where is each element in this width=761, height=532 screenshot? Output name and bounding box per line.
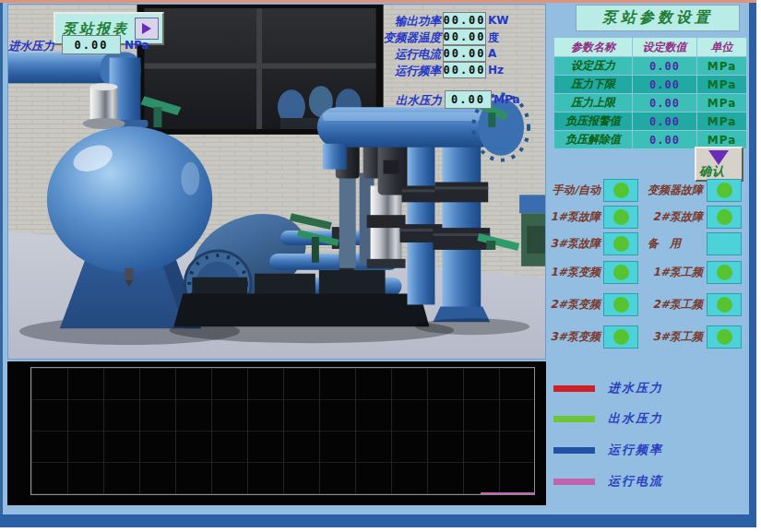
status-label-pump1-fault: 1#泵故障 [540,209,600,225]
param-row-unit: MPa [697,76,746,93]
lamp-circle [613,209,629,225]
legend-label-current: 运行电流 [608,473,663,490]
run-current-trace [481,492,534,494]
right-frame [749,3,756,527]
legend-swatch-frequency [553,447,595,454]
lamp-pump2-vfd [603,293,638,316]
lamp-pump1-line [707,261,742,284]
lamp-circle [613,297,629,313]
status-label-pump1-line: 1#泵工频 [636,265,703,280]
status-label-pump3-fault: 3#泵故障 [540,236,600,252]
inlet-pressure-label: 进水压力 [8,39,54,54]
param-row-value-input[interactable]: 0.00 [633,94,696,112]
green-pump-partial [519,195,545,266]
lamp-circle [717,265,732,280]
lamp-pump3-fault [603,232,638,255]
status-label-pump2-line: 2#泵工频 [636,297,703,313]
lamp-circle [613,265,629,280]
inlet-pressure-value: 0.00 [62,35,121,54]
run-frequency-value: 00.00 [443,62,486,78]
left-frame [0,3,3,527]
param-row-name: 压力上限 [554,94,632,112]
confirm-button[interactable]: 确认 [695,147,743,182]
outlet-pressure-unit: MPa [493,93,520,106]
param-row-value-input[interactable]: 0.00 [633,57,696,75]
bottom-frame [0,514,756,527]
lamp-pump3-line [707,325,742,349]
lamp-circle [717,209,732,225]
param-header-unit: 单位 [697,38,746,56]
param-header-name: 参数名称 [554,38,632,56]
status-label-pump2-vfd: 2#泵变频 [540,297,600,313]
legend-label-inlet: 进水压力 [608,380,663,396]
run-current-label: 运行电流 [356,47,441,63]
param-row-unit: MPa [697,94,746,112]
param-row-value-input[interactable]: 0.00 [633,112,696,130]
legend-label-frequency: 运行频率 [608,442,663,458]
lamp-pump2-line [707,293,742,316]
lamp-circle [717,297,732,313]
param-row-value-input[interactable]: 0.00 [633,131,696,148]
output-power-label: 输出功率 [356,14,441,30]
lamp-vfd-fault [707,179,742,202]
status-label-pump2-fault: 2#泵故障 [636,209,703,225]
legend-swatch-outlet [553,416,595,422]
param-row-value-input[interactable]: 0.00 [633,76,696,93]
inverter-temp-label: 变频器温度 [356,30,441,46]
status-label-pump3-vfd: 3#泵变频 [540,329,600,345]
param-row-name: 负压报警值 [554,112,632,130]
status-label-spare: 备 用 [636,236,692,252]
output-power-unit: KW [488,14,509,27]
lamp-pump3-vfd [603,325,638,349]
status-label-auto-manual: 手动/自动 [540,183,600,198]
lamp-circle [613,329,629,345]
hmi-screen: 泵站报表 进水压力 0.00 NPa 输出功率 00.00 KW 变频器温度 0… [0,0,761,532]
status-label-pump3-line: 3#泵工频 [636,329,703,345]
lamp-pump1-fault [603,206,638,229]
legend-swatch-current [553,479,595,485]
legend-label-outlet: 出水压力 [608,410,663,427]
param-row-name: 负压解除值 [554,131,632,148]
param-row-name: 设定压力 [554,57,632,75]
lamp-circle [613,236,629,252]
status-label-pump1-vfd: 1#泵变频 [540,265,600,280]
run-current-unit: A [488,47,496,60]
legend-swatch-inlet [553,385,595,392]
inverter-temp-value: 00.00 [443,29,486,45]
pump-station-3d-view: 泵站报表 进水压力 0.00 NPa 输出功率 00.00 KW 变频器温度 0… [7,4,546,360]
lamp-spare-empty [707,232,742,255]
lamp-circle [613,183,629,198]
trend-plot-area [30,367,535,495]
confirm-button-label: 确认 [699,163,725,180]
inverter-temp-unit: 度 [488,30,499,46]
param-row-name: 压力下限 [554,76,632,93]
top-accent-line [0,0,756,3]
outlet-pressure-value: 0.00 [445,90,492,109]
run-frequency-label: 运行频率 [356,64,441,79]
run-current-value: 00.00 [443,45,486,62]
param-header-value: 设定数值 [633,38,696,56]
lamp-circle [717,183,732,198]
param-row-unit: MPa [697,112,746,130]
param-row-unit: MPa [697,57,746,75]
outlet-pressure-label: 出水压力 [359,93,442,109]
lamp-pump1-vfd [603,261,638,284]
status-label-vfd-fault: 变频器故障 [636,183,703,198]
output-power-value: 00.00 [443,12,486,29]
lamp-pump2-fault [707,206,742,229]
lamp-auto-manual [603,179,638,202]
inlet-pressure-unit: NPa [125,39,149,52]
settings-panel-title: 泵站参数设置 [576,5,740,31]
run-frequency-unit: Hz [488,64,504,77]
lamp-circle [717,329,732,345]
play-icon[interactable] [135,18,159,40]
trend-chart [7,361,546,505]
parameter-table: 参数名称 设定数值 单位 设定压力 0.00 MPa 压力下限 0.00 MPa… [553,37,747,149]
